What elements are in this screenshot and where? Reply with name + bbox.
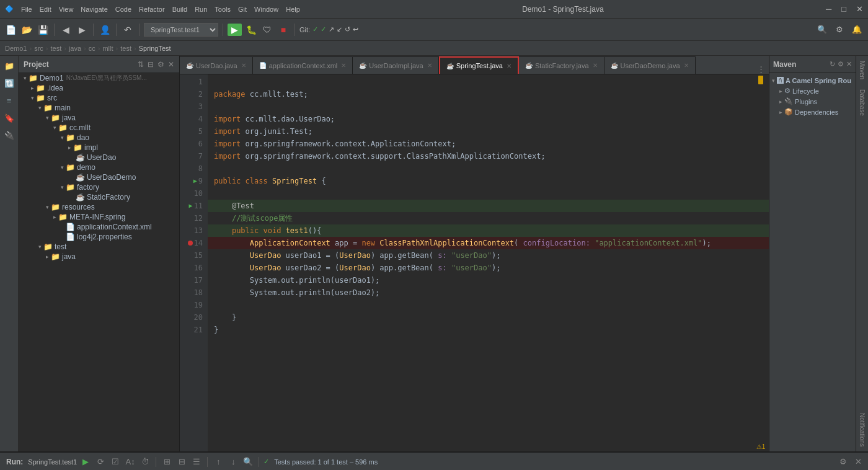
bookmarks-activity-icon[interactable]: 🔖 bbox=[2, 110, 17, 125]
maven-lifecycle-item[interactable]: ▸ ⚙ Lifecycle bbox=[772, 86, 853, 96]
stop-button[interactable]: ■ bbox=[277, 23, 290, 37]
panel-close-icon[interactable]: ✕ bbox=[168, 60, 174, 69]
breadcrumb-test2[interactable]: test bbox=[120, 45, 131, 52]
tab-userdaoimpl-close[interactable]: ✕ bbox=[427, 62, 432, 69]
database-vertical-tab[interactable]: Database bbox=[857, 84, 867, 121]
tab-userdaodemo-close[interactable]: ✕ bbox=[684, 62, 689, 69]
close-run-button[interactable]: ✕ bbox=[852, 456, 864, 468]
plugins-activity-icon[interactable]: 🔌 bbox=[2, 128, 17, 143]
tree-meta-inf[interactable]: ▸ 📁 META-INF.spring bbox=[19, 212, 179, 222]
tree-impl[interactable]: ▸ 📁 impl bbox=[19, 143, 179, 153]
project-activity-icon[interactable]: 📁 bbox=[2, 58, 17, 73]
minimize-button[interactable]: ─ bbox=[826, 4, 831, 14]
menu-navigate[interactable]: Navigate bbox=[81, 6, 107, 13]
tab-userdao-close[interactable]: ✕ bbox=[241, 62, 246, 69]
tab-staticfactory[interactable]: ☕ StaticFactory.java ✕ bbox=[519, 56, 604, 74]
scroll-to-failure-button[interactable]: ↑ bbox=[212, 456, 224, 468]
panel-collapse-icon[interactable]: ⊟ bbox=[148, 60, 154, 69]
tab-springtest[interactable]: ☕ SpringTest.java ✕ bbox=[439, 56, 519, 74]
maven-close-icon[interactable]: ✕ bbox=[846, 60, 852, 68]
maven-refresh-icon[interactable]: ↻ bbox=[830, 60, 835, 68]
git-revert-icon[interactable]: ↩ bbox=[353, 25, 358, 33]
close-button[interactable]: ✕ bbox=[856, 4, 863, 14]
undo-button[interactable]: ↶ bbox=[121, 23, 135, 37]
tab-userdaodemo[interactable]: ☕ UserDaoDemo.java ✕ bbox=[604, 56, 696, 74]
breadcrumb-springtest[interactable]: SpringTest bbox=[139, 45, 171, 52]
tree-userdao[interactable]: ☕ UserDao bbox=[19, 153, 179, 162]
tree-src[interactable]: ▾ 📁 src bbox=[19, 93, 179, 103]
code-content[interactable]: package cc.mllt.test; import cc.mllt.dao… bbox=[208, 74, 769, 451]
show-output-button[interactable]: ☰ bbox=[190, 456, 203, 468]
search-button[interactable]: 🔍 bbox=[242, 456, 254, 468]
debug-button[interactable]: 🐛 bbox=[244, 23, 258, 37]
open-button[interactable]: 📂 bbox=[20, 23, 33, 37]
run-button[interactable]: ▶ bbox=[228, 24, 242, 36]
new-file-button[interactable]: 📄 bbox=[4, 23, 17, 37]
settings-icon[interactable]: ⚙ bbox=[833, 24, 846, 35]
menu-edit[interactable]: Edit bbox=[40, 6, 51, 13]
run-coverage-button[interactable]: 🛡 bbox=[260, 23, 274, 37]
tree-dao[interactable]: ▾ 📁 dao bbox=[19, 133, 179, 143]
tree-java[interactable]: ▾ 📁 java bbox=[19, 113, 179, 123]
git-pull-icon[interactable]: ↙ bbox=[337, 25, 342, 33]
panel-settings-icon[interactable]: ⚙ bbox=[157, 60, 164, 69]
breadcrumb-cc[interactable]: cc bbox=[89, 45, 95, 52]
notifications-icon[interactable]: 🔔 bbox=[849, 24, 864, 35]
tree-test-folder[interactable]: ▾ 📁 test bbox=[19, 242, 179, 252]
tree-cc-mllt[interactable]: ▾ 📁 cc.mllt bbox=[19, 123, 179, 133]
breadcrumb-mllt[interactable]: mllt bbox=[102, 45, 113, 52]
tab-userdao[interactable]: ☕ UserDao.java ✕ bbox=[180, 56, 253, 74]
tree-appcontext-xml[interactable]: 📄 applicationContext.xml bbox=[19, 222, 179, 232]
panel-expand-icon[interactable]: ⇅ bbox=[138, 60, 144, 69]
collapse-all-button[interactable]: ⊟ bbox=[175, 456, 188, 468]
structure-activity-icon[interactable]: ≡ bbox=[2, 93, 17, 108]
search-everywhere-icon[interactable]: 🔍 bbox=[815, 24, 830, 35]
menu-help[interactable]: Help bbox=[286, 6, 300, 13]
rerun-failed-button[interactable]: ⟳ bbox=[94, 456, 107, 468]
tree-test-java[interactable]: ▸ 📁 java bbox=[19, 252, 179, 262]
breadcrumb-demo1[interactable]: Demo1 bbox=[5, 45, 27, 52]
breadcrumb-test[interactable]: test bbox=[50, 45, 61, 52]
toggle-tests-button[interactable]: ☑ bbox=[109, 456, 122, 468]
run-config-dropdown[interactable]: SpringTest.test1 bbox=[144, 23, 218, 37]
tree-idea[interactable]: ▸ 📁 .idea bbox=[19, 83, 179, 93]
tree-log4j2[interactable]: 📄 log4j2.properties bbox=[19, 232, 179, 242]
tree-factory[interactable]: ▾ 📁 factory bbox=[19, 182, 179, 192]
git-push-icon[interactable]: ↗ bbox=[329, 25, 334, 33]
back-button[interactable]: ◀ bbox=[59, 23, 73, 37]
sort-duration-button[interactable]: ⏱ bbox=[139, 456, 151, 468]
menu-build[interactable]: Build bbox=[172, 6, 187, 13]
menu-file[interactable]: File bbox=[21, 6, 32, 13]
menu-window[interactable]: Window bbox=[254, 6, 278, 13]
maven-project-item[interactable]: ▾ 🅰 A Camel Spring Rou bbox=[772, 76, 853, 86]
vcs-button[interactable]: 👤 bbox=[98, 23, 112, 37]
tree-main[interactable]: ▾ 📁 main bbox=[19, 103, 179, 113]
save-button[interactable]: 💾 bbox=[36, 23, 50, 37]
menu-tools[interactable]: Tools bbox=[215, 6, 231, 13]
git-refresh-icon[interactable]: ↺ bbox=[345, 25, 350, 33]
breadcrumb-java[interactable]: java bbox=[69, 45, 81, 52]
run-again-button[interactable]: ▶ bbox=[79, 456, 92, 468]
maximize-button[interactable]: □ bbox=[841, 4, 846, 14]
menu-run[interactable]: Run bbox=[195, 6, 207, 13]
tab-springtest-close[interactable]: ✕ bbox=[507, 63, 512, 69]
settings-run-button[interactable]: ⚙ bbox=[837, 456, 849, 468]
tree-userdaodemo[interactable]: ☕ UserDaoDemo bbox=[19, 172, 179, 182]
breadcrumb-src[interactable]: src bbox=[34, 45, 43, 52]
notifications-vertical-tab[interactable]: Notifications bbox=[857, 408, 867, 451]
tab-userdaoimpl[interactable]: ☕ UserDaoImpl.java ✕ bbox=[353, 56, 438, 74]
tree-resources[interactable]: ▾ 📁 resources bbox=[19, 202, 179, 212]
maven-plugins-item[interactable]: ▸ 🔌 Plugins bbox=[772, 96, 853, 107]
maven-vertical-tab[interactable]: Maven bbox=[857, 56, 867, 84]
expand-all-button[interactable]: ⊞ bbox=[161, 456, 173, 468]
maven-dependencies-item[interactable]: ▸ 📦 Dependencies bbox=[772, 107, 853, 117]
forward-button[interactable]: ▶ bbox=[75, 23, 89, 37]
tab-appcontext-close[interactable]: ✕ bbox=[341, 62, 346, 69]
tab-appcontext[interactable]: 📄 applicationContext.xml ✕ bbox=[253, 56, 353, 74]
tab-staticfactory-close[interactable]: ✕ bbox=[593, 62, 598, 69]
commit-activity-icon[interactable]: 🔃 bbox=[2, 76, 17, 91]
menu-code[interactable]: Code bbox=[115, 6, 131, 13]
scroll-down-button[interactable]: ↓ bbox=[227, 456, 239, 468]
tree-staticfactory[interactable]: ☕ StaticFactory bbox=[19, 192, 179, 202]
menu-refactor[interactable]: Refactor bbox=[139, 6, 165, 13]
